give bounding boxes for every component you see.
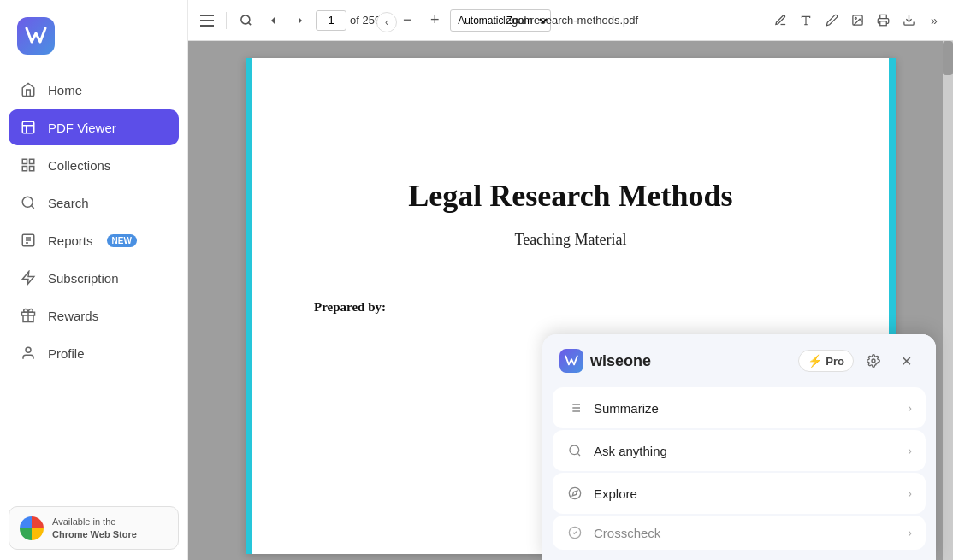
pro-badge: ⚡ Pro bbox=[798, 350, 854, 372]
sidebar-bottom: Available in the Chrome Web Store bbox=[0, 498, 187, 560]
pdf-toolbar: of 259 − + Automatic Zoom Actual Size Pa… bbox=[188, 0, 953, 41]
pdf-document-subtitle: Teaching Material bbox=[314, 231, 827, 249]
toolbar-separator-1 bbox=[226, 12, 227, 29]
pdf-filename: legal-research-methods.pdf bbox=[503, 14, 638, 27]
popup-menu-left: Explore bbox=[566, 485, 637, 502]
pdf-viewer-icon bbox=[19, 118, 38, 137]
sidebar-item-label: Home bbox=[48, 83, 82, 97]
sidebar-item-rewards[interactable]: Rewards bbox=[9, 298, 179, 333]
svg-line-8 bbox=[31, 205, 33, 208]
sidebar-item-label: Profile bbox=[48, 346, 85, 361]
svg-point-25 bbox=[855, 17, 856, 19]
collections-icon bbox=[19, 156, 38, 174]
popup-header: wiseone ⚡ Pro ✕ bbox=[542, 334, 936, 384]
svg-point-37 bbox=[569, 487, 580, 498]
crosscheck-label: Crosscheck bbox=[594, 526, 660, 540]
annotate-pen-button[interactable] bbox=[768, 9, 792, 32]
sidebar-item-label: Subscription bbox=[48, 271, 119, 286]
svg-point-28 bbox=[872, 359, 875, 363]
more-tools-button[interactable]: » bbox=[922, 9, 946, 32]
explore-chevron: › bbox=[908, 486, 912, 500]
popup-ask-anything-button[interactable]: Ask anything › bbox=[553, 430, 926, 471]
main-content: ‹ of 259 − + Automatic bbox=[188, 0, 953, 560]
popup-header-right: ⚡ Pro ✕ bbox=[798, 348, 919, 374]
print-button[interactable] bbox=[871, 9, 895, 32]
pro-label: Pro bbox=[826, 355, 844, 368]
image-tool-button[interactable] bbox=[845, 9, 869, 32]
new-badge: NEW bbox=[107, 234, 137, 247]
sidebar-item-label: Search bbox=[48, 196, 89, 210]
svg-rect-18 bbox=[200, 20, 214, 21]
sidebar-item-label: Reports bbox=[48, 233, 93, 248]
popup-explore-button[interactable]: Explore › bbox=[553, 473, 926, 514]
pdf-viewing-area: Legal Research Methods Teaching Material… bbox=[188, 41, 953, 560]
svg-marker-13 bbox=[22, 272, 34, 285]
chrome-store-text: Available in the Chrome Web Store bbox=[52, 516, 137, 540]
sidebar-item-subscription[interactable]: Subscription bbox=[9, 260, 179, 296]
pdf-scrollbar[interactable] bbox=[943, 41, 953, 560]
sidebar-item-collections[interactable]: Collections bbox=[9, 147, 179, 183]
summarize-icon bbox=[566, 399, 583, 416]
reports-icon bbox=[19, 231, 38, 250]
popup-menu-left: Ask anything bbox=[566, 442, 667, 459]
subscription-icon bbox=[19, 268, 38, 287]
popup-settings-button[interactable] bbox=[861, 348, 886, 374]
prev-page-button[interactable] bbox=[261, 9, 285, 32]
text-tool-button[interactable] bbox=[794, 9, 818, 32]
home-icon bbox=[19, 80, 38, 99]
sidebar-item-profile[interactable]: Profile bbox=[9, 335, 179, 371]
pdf-border-left bbox=[246, 58, 252, 554]
summarize-chevron: › bbox=[908, 401, 912, 415]
page-number-input[interactable] bbox=[316, 10, 346, 31]
draw-tool-button[interactable] bbox=[820, 9, 843, 32]
svg-line-36 bbox=[577, 453, 580, 456]
svg-rect-17 bbox=[200, 15, 214, 16]
explore-icon bbox=[566, 485, 583, 502]
svg-rect-5 bbox=[30, 167, 34, 171]
app-logo bbox=[17, 17, 55, 55]
sidebar-item-label: Rewards bbox=[48, 309, 98, 323]
svg-rect-26 bbox=[879, 21, 886, 26]
svg-point-7 bbox=[22, 197, 33, 207]
ask-anything-label: Ask anything bbox=[594, 444, 667, 458]
svg-rect-6 bbox=[22, 167, 27, 171]
crosscheck-chevron: › bbox=[908, 526, 912, 539]
popup-brand: wiseone bbox=[559, 349, 651, 373]
crosscheck-icon bbox=[566, 524, 583, 541]
popup-close-button[interactable]: ✕ bbox=[893, 348, 919, 374]
sidebar-item-label: PDF Viewer bbox=[48, 121, 116, 135]
popup-menu-left: Summarize bbox=[566, 399, 659, 416]
svg-point-20 bbox=[240, 15, 249, 24]
toggle-sidebar-button[interactable] bbox=[195, 9, 219, 32]
sidebar-item-reports[interactable]: Reports NEW bbox=[9, 222, 179, 258]
svg-marker-38 bbox=[572, 491, 577, 496]
toolbar-right-actions: » bbox=[768, 9, 946, 32]
popup-logo bbox=[559, 349, 583, 373]
sidebar-item-label: Collections bbox=[48, 158, 110, 173]
sidebar-item-home[interactable]: Home bbox=[9, 72, 179, 108]
scrollbar-thumb[interactable] bbox=[943, 41, 953, 75]
next-page-button[interactable] bbox=[288, 9, 312, 32]
sidebar-item-pdf-viewer[interactable]: PDF Viewer bbox=[9, 109, 179, 145]
profile-icon bbox=[19, 344, 38, 363]
wiseone-popup: wiseone ⚡ Pro ✕ bbox=[542, 334, 936, 560]
svg-point-35 bbox=[570, 445, 579, 455]
download-button[interactable] bbox=[897, 9, 920, 32]
popup-summarize-button[interactable]: Summarize › bbox=[553, 387, 926, 428]
nav-menu: Home PDF Viewer Collections bbox=[0, 72, 187, 498]
popup-crosscheck-item[interactable]: Crosscheck › bbox=[553, 516, 926, 550]
svg-rect-19 bbox=[200, 25, 214, 27]
zoom-out-button[interactable]: − bbox=[395, 9, 419, 32]
search-pdf-button[interactable] bbox=[234, 9, 257, 32]
sidebar-collapse-button[interactable]: ‹ bbox=[376, 12, 397, 32]
explore-label: Explore bbox=[594, 486, 637, 501]
pro-lightning-icon: ⚡ bbox=[808, 354, 822, 368]
zoom-in-button[interactable]: + bbox=[423, 9, 447, 32]
popup-brand-name: wiseone bbox=[590, 352, 651, 370]
ask-anything-chevron: › bbox=[908, 444, 912, 457]
sidebar-item-search[interactable]: Search bbox=[9, 185, 179, 221]
chrome-store-banner[interactable]: Available in the Chrome Web Store bbox=[9, 506, 179, 550]
crosscheck-left: Crosscheck bbox=[566, 524, 660, 541]
rewards-icon bbox=[19, 306, 38, 325]
svg-point-16 bbox=[26, 347, 31, 352]
